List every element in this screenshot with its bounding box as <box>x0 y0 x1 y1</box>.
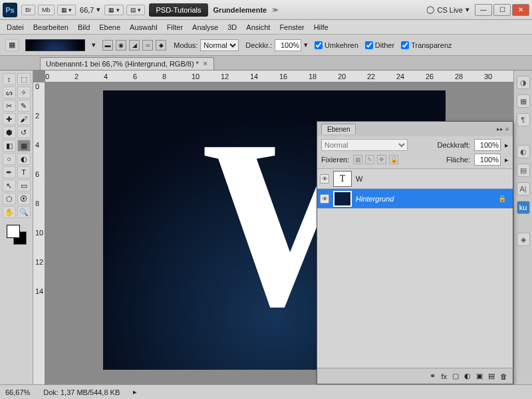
layer-name[interactable]: W <box>356 175 362 183</box>
bridge-button[interactable]: Br <box>21 5 35 15</box>
fill-input[interactable] <box>474 154 501 166</box>
color-panel-icon[interactable]: ◑ <box>517 76 530 89</box>
dither-checkbox[interactable] <box>365 41 373 49</box>
chevron-down-icon[interactable]: ▾ <box>466 5 469 14</box>
workspace-tab-active[interactable]: PSD-Tutorials <box>149 3 207 17</box>
status-zoom[interactable]: 66,67% <box>5 388 30 396</box>
layers-panel[interactable]: Ebenen ▸▸ ≡ Normal Deckkraft: ▸ Fixieren… <box>317 121 513 384</box>
layer-thumbnail[interactable] <box>333 191 352 207</box>
chevron-right-icon[interactable]: ▸ <box>133 388 137 396</box>
delete-layer-icon[interactable]: 🗑 <box>500 372 507 380</box>
gradient-angle-button[interactable]: ◢ <box>129 40 140 51</box>
group-icon[interactable]: ▣ <box>476 372 483 380</box>
gradient-linear-button[interactable]: ▬ <box>102 40 113 51</box>
chevron-down-icon[interactable]: ▾ <box>304 41 308 49</box>
maximize-button[interactable]: ☐ <box>493 4 511 16</box>
lock-pixels-icon[interactable]: ✎ <box>365 155 374 164</box>
layer-mask-icon[interactable]: ▢ <box>452 372 459 380</box>
cs-live-label[interactable]: CS Live <box>437 6 463 14</box>
menu-bild[interactable]: Bild <box>78 23 90 31</box>
chevron-down-icon[interactable]: ▾ <box>92 41 96 49</box>
document-tab[interactable]: Unbenannt-1 bei 66,7% (Hintergrund, RGB/… <box>40 57 214 70</box>
crop-tool[interactable]: ✂ <box>3 100 16 112</box>
blend-mode-select[interactable]: Normal <box>200 39 239 51</box>
3d-tool[interactable]: ⬠ <box>3 193 16 205</box>
color-swatch[interactable] <box>7 225 27 245</box>
link-layers-icon[interactable]: ⚭ <box>430 372 436 380</box>
panel-menu-icon[interactable]: ▸▸ ≡ <box>497 126 509 132</box>
layer-row[interactable]: 👁 T W <box>317 169 513 189</box>
stamp-tool[interactable]: ⬢ <box>3 126 16 138</box>
hand-tool[interactable]: ✋ <box>3 206 16 218</box>
blur-tool[interactable]: ○ <box>3 153 16 165</box>
gradient-tool[interactable]: ▦ <box>17 140 31 152</box>
dodge-tool[interactable]: ◐ <box>17 153 31 165</box>
menu-hilfe[interactable]: Hilfe <box>314 23 329 31</box>
chevron-down-icon[interactable]: ▾ <box>96 5 100 14</box>
lock-all-icon[interactable]: 🔒 <box>389 155 398 164</box>
layer-fx-icon[interactable]: fx <box>441 372 447 380</box>
menu-ansicht[interactable]: Ansicht <box>246 23 270 31</box>
lock-transparent-icon[interactable]: ▦ <box>353 155 362 164</box>
layer-row[interactable]: 👁 Hintergrund 🔒 <box>317 189 513 209</box>
layer-thumbnail[interactable]: T <box>333 171 352 187</box>
move-tool[interactable]: ↕ <box>3 73 16 85</box>
minibridge-button[interactable]: Mb <box>38 5 55 15</box>
history-brush-tool[interactable]: ↺ <box>17 126 31 138</box>
layers-panel-header[interactable]: Ebenen ▸▸ ≡ <box>317 122 513 136</box>
layers-panel-icon[interactable]: ◈ <box>517 233 530 246</box>
heal-tool[interactable]: ✚ <box>3 113 16 125</box>
gradient-diamond-button[interactable]: ◆ <box>156 40 166 51</box>
more-workspaces-icon[interactable]: ≫ <box>272 7 278 13</box>
close-button[interactable]: ✕ <box>512 4 529 16</box>
layer-name[interactable]: Hintergrund <box>356 195 394 203</box>
minimize-button[interactable]: — <box>475 4 492 16</box>
menu-fenster[interactable]: Fenster <box>279 23 304 31</box>
eyedropper-tool[interactable]: ✎ <box>17 100 31 112</box>
gradient-preview[interactable] <box>25 39 85 51</box>
lock-position-icon[interactable]: ✥ <box>377 155 386 164</box>
reverse-checkbox[interactable] <box>315 41 323 49</box>
chevron-right-icon[interactable]: ▸ <box>505 156 509 164</box>
workspace-tab[interactable]: Grundelemente <box>213 6 267 14</box>
layer-opacity-input[interactable] <box>474 139 501 151</box>
pen-tool[interactable]: ✒ <box>3 166 16 178</box>
lasso-tool[interactable]: ᔕ <box>3 86 16 98</box>
arrange-button[interactable]: ▦ ▾ <box>104 5 124 15</box>
screen-mode-button[interactable]: ▦ ▾ <box>57 5 76 15</box>
menu-bearbeiten[interactable]: Bearbeiten <box>33 23 68 31</box>
layers-tab[interactable]: Ebenen <box>321 124 356 134</box>
menu-filter[interactable]: Filter <box>167 23 183 31</box>
new-layer-icon[interactable]: ▤ <box>488 372 495 380</box>
transparency-checkbox[interactable] <box>401 41 409 49</box>
path-tool[interactable]: ↖ <box>3 180 16 192</box>
shape-tool[interactable]: ▭ <box>17 180 31 192</box>
menu-ebene[interactable]: Ebene <box>99 23 120 31</box>
foreground-color[interactable] <box>7 225 20 238</box>
menu-3d[interactable]: 3D <box>227 23 237 31</box>
paragraph-panel-icon[interactable]: ¶ <box>517 113 530 126</box>
styles-panel-icon[interactable]: ▤ <box>517 164 530 177</box>
marquee-tool[interactable]: ⬚ <box>17 73 31 85</box>
adjustments-panel-icon[interactable]: ◐ <box>517 145 530 158</box>
extras-button[interactable]: ▤ ▾ <box>126 5 146 15</box>
menu-auswahl[interactable]: Auswahl <box>130 23 158 31</box>
visibility-toggle-icon[interactable]: 👁 <box>320 174 329 184</box>
zoom-tool[interactable]: 🔍 <box>17 206 31 218</box>
status-doc-size[interactable]: Dok: 1,37 MB/544,8 KB <box>43 388 120 396</box>
menu-datei[interactable]: Datei <box>7 23 24 31</box>
close-tab-icon[interactable]: ✕ <box>203 61 208 67</box>
visibility-toggle-icon[interactable]: 👁 <box>320 194 329 203</box>
brush-tool[interactable]: 🖌 <box>17 113 31 125</box>
type-tool[interactable]: T <box>17 166 31 178</box>
menu-analyse[interactable]: Analyse <box>192 23 218 31</box>
swatches-panel-icon[interactable]: ▦ <box>517 94 530 108</box>
3d-camera-tool[interactable]: ⦿ <box>17 193 31 205</box>
tool-preset-button[interactable]: ▦ <box>5 39 19 51</box>
kuler-panel-icon[interactable]: ku <box>517 201 530 214</box>
chevron-right-icon[interactable]: ▸ <box>505 141 509 150</box>
gradient-radial-button[interactable]: ◉ <box>116 40 126 51</box>
layer-blend-mode-select[interactable]: Normal <box>321 139 408 151</box>
gradient-reflected-button[interactable]: ═ <box>142 40 153 51</box>
wand-tool[interactable]: ✧ <box>17 86 31 98</box>
